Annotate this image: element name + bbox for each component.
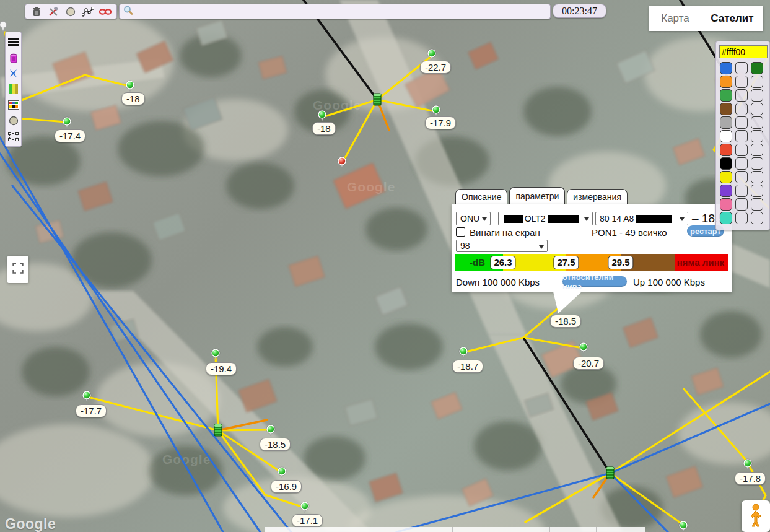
pegman-button[interactable]	[742, 500, 770, 532]
color-swatch[interactable]	[720, 144, 732, 156]
up-speed-label: Up 100 000 Kbps	[633, 277, 705, 287]
color-swatch[interactable]	[735, 116, 748, 129]
color-swatch[interactable]	[735, 212, 748, 224]
trash-icon[interactable]	[30, 6, 43, 17]
pon-info: PON1 - 49 всичко	[592, 227, 667, 238]
map-watermark: Google	[347, 180, 395, 194]
signal-level-label: -18	[121, 92, 145, 105]
color-swatch[interactable]	[751, 130, 763, 142]
signal-level-label: -20.7	[573, 357, 604, 370]
color-swatch[interactable]	[735, 76, 748, 88]
signal-level-label: -18	[312, 122, 336, 135]
popup-tabs: Описаниепараметриизмервания	[452, 187, 732, 204]
color-swatch[interactable]	[751, 116, 763, 129]
mac-prefix-value: 80 14 A8	[600, 214, 634, 224]
color-swatch[interactable]	[751, 157, 763, 170]
circle-tool-icon[interactable]	[7, 115, 20, 126]
signal-level-label: -18.7	[452, 360, 483, 373]
signal-scale-bar: -dB няма линк 26.327.529.5	[455, 254, 728, 271]
color-swatch[interactable]	[751, 198, 763, 211]
hex-color-input[interactable]	[719, 45, 768, 58]
search-bar	[119, 4, 551, 19]
db-label: -dB	[470, 257, 485, 268]
no-link-label: няма линк	[676, 257, 724, 268]
polyline-icon[interactable]	[82, 6, 94, 17]
color-swatch[interactable]	[751, 76, 763, 88]
color-swatch[interactable]	[720, 89, 732, 102]
color-swatch[interactable]	[751, 144, 763, 156]
pegman-icon	[748, 504, 763, 530]
color-swatch[interactable]	[720, 103, 732, 115]
palette-icon[interactable]	[7, 99, 20, 110]
fullscreen-icon	[12, 263, 24, 276]
signal-level-label: -17.7	[76, 404, 107, 417]
tab-параметри[interactable]: параметри	[509, 187, 565, 204]
color-swatch[interactable]	[735, 130, 748, 142]
color-swatch[interactable]	[720, 130, 732, 142]
map-watermark: Google	[313, 98, 361, 113]
close-x-icon[interactable]	[7, 68, 20, 79]
always-on-screen-label: Винаги на екран	[470, 227, 540, 238]
port-select[interactable]: 98	[456, 240, 548, 252]
signal-level-label: -19.4	[206, 362, 237, 375]
color-swatch[interactable]	[720, 212, 732, 224]
color-swatch[interactable]	[720, 62, 732, 74]
color-swatch[interactable]	[720, 76, 732, 88]
color-swatch[interactable]	[720, 198, 732, 211]
color-swatch[interactable]	[751, 212, 763, 224]
color-swatch[interactable]	[720, 116, 732, 129]
delete-trash-icon[interactable]	[7, 52, 20, 63]
search-input[interactable]	[137, 6, 546, 17]
color-swatch[interactable]	[735, 198, 748, 211]
signal-level-label: -17.1	[292, 514, 323, 527]
chain-link-icon[interactable]	[99, 6, 112, 17]
color-swatch[interactable]	[751, 171, 763, 183]
olt-select[interactable]: OLT2	[498, 212, 593, 225]
levels-icon[interactable]	[7, 84, 20, 95]
color-picker-panel	[715, 41, 770, 230]
map-type-switch: Карта Сателит	[649, 6, 763, 31]
satellite-view-button[interactable]: Сателит	[701, 6, 763, 31]
onu-properties-popup: Описаниепараметриизмервания ONU OLT2 80 …	[452, 187, 732, 292]
color-swatch[interactable]	[735, 89, 748, 102]
scale-threshold: 29.5	[608, 256, 633, 269]
color-swatch[interactable]	[751, 89, 763, 102]
color-swatch[interactable]	[735, 171, 748, 183]
scale-threshold: 26.3	[490, 256, 515, 269]
port-number-value: 98	[460, 241, 470, 251]
down-speed-label: Down 100 000 Kbps	[456, 277, 540, 287]
attribution-bar	[265, 527, 645, 532]
color-swatch[interactable]	[735, 103, 748, 115]
always-on-screen-checkbox[interactable]	[456, 227, 465, 237]
map-view-button[interactable]: Карта	[649, 6, 701, 31]
olt-value: OLT2	[525, 214, 546, 224]
google-logo: Google	[5, 516, 56, 532]
fullscreen-button[interactable]	[7, 256, 28, 283]
color-swatch[interactable]	[751, 62, 763, 74]
tools-icon[interactable]	[48, 6, 60, 17]
color-swatch[interactable]	[751, 185, 763, 197]
color-swatch[interactable]	[720, 171, 732, 183]
tab-Описание[interactable]: Описание	[455, 189, 507, 204]
color-swatch[interactable]	[735, 185, 748, 197]
menu-icon[interactable]	[7, 37, 20, 48]
onu-mac-select[interactable]: 80 14 A8	[595, 212, 688, 225]
redacted-text	[504, 215, 523, 223]
relative-levels-button[interactable]: относителни нива	[562, 276, 627, 287]
circle-tool-icon[interactable]	[64, 6, 77, 17]
color-swatch[interactable]	[735, 144, 748, 156]
redacted-text	[548, 215, 579, 223]
color-swatch[interactable]	[735, 62, 748, 74]
color-swatch[interactable]	[751, 103, 763, 115]
tools-sidebar	[5, 32, 22, 147]
search-icon	[123, 6, 133, 18]
color-swatch-grid	[720, 62, 766, 224]
color-swatch[interactable]	[720, 185, 732, 197]
onu-type-select[interactable]: ONU	[456, 212, 491, 225]
color-swatch[interactable]	[720, 157, 732, 170]
edit-toolbar	[25, 4, 117, 19]
map-application: -18-17.4-22.7-18-17.9-18.5-18.7-20.7-19.…	[0, 0, 770, 532]
select-area-icon[interactable]	[7, 131, 20, 142]
color-swatch[interactable]	[735, 157, 748, 170]
tab-измервания[interactable]: измервания	[567, 189, 628, 204]
